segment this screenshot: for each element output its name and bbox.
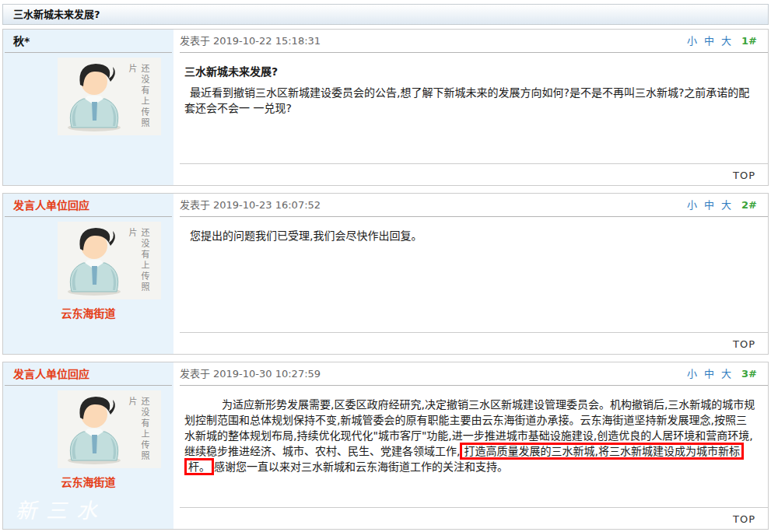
post-1: 秋* 还没有上传照片 发表于2019-10-22 15:18:31 小 <box>2 29 769 186</box>
font-size-small-link[interactable]: 小 <box>687 194 697 217</box>
floor-number: 1# <box>741 30 757 53</box>
post-3: 发言人单位回应 还没有上传照片 云东海街道 新三水 发表于2019-10-30 … <box>2 362 769 530</box>
post-body-title: 三水新城未来发展? <box>184 64 757 79</box>
site-watermark: 新三水 <box>16 494 107 524</box>
font-size-small-link[interactable]: 小 <box>687 30 697 53</box>
font-size-medium-link[interactable]: 中 <box>704 362 714 386</box>
top-link[interactable]: TOP <box>733 338 755 350</box>
author-name: 发言人单位回应 <box>13 368 89 380</box>
unit-label: 云东海街道 <box>3 474 173 489</box>
post-body: 您提出的问题我们已受理,我们会尽快作出回复。 <box>180 217 768 332</box>
post-text: 为适应新形势发展需要,区委区政府经研究,决定撤销三水区新城建设管理委员会。机构撤… <box>184 397 757 474</box>
post-body: 三水新城未来发展? 最近看到撤销三水区新城建设委员会的公告,想了解下新城未来的发… <box>180 53 768 163</box>
top-link[interactable]: TOP <box>733 170 755 181</box>
post-timestamp: 发表于2019-10-30 10:27:59 <box>180 362 321 385</box>
font-size-small-link[interactable]: 小 <box>687 362 697 386</box>
author-name: 秋* <box>13 35 30 47</box>
font-size-medium-link[interactable]: 中 <box>704 194 714 217</box>
post-2-author-panel: 发言人单位回应 还没有上传照片 云东海街道 <box>3 194 173 354</box>
post-3-author-panel: 发言人单位回应 还没有上传照片 云东海街道 新三水 <box>3 362 173 529</box>
avatar: 还没有上传照片 <box>58 58 161 135</box>
post-2: 发言人单位回应 还没有上传照片 云东海街道 发表于2019-10-23 16:0… <box>2 193 769 355</box>
text-segment: 感谢您一直以来对三水新城和云东海街道工作的关注和支持。 <box>214 460 508 473</box>
post-1-author-panel: 秋* 还没有上传照片 <box>3 30 173 185</box>
author-name: 发言人单位回应 <box>13 199 89 212</box>
top-link[interactable]: TOP <box>733 513 755 525</box>
avatar-placeholder-text: 还没有上传照片 <box>125 397 150 468</box>
unit-label: 云东海街道 <box>3 305 173 320</box>
floor-number: 2# <box>741 194 757 217</box>
font-size-large-link[interactable]: 大 <box>721 194 731 217</box>
avatar-placeholder-text: 还没有上传照片 <box>125 64 150 135</box>
thread-title: 三水新城未来发展? <box>13 9 100 20</box>
font-size-large-link[interactable]: 大 <box>721 362 731 386</box>
avatar: 还没有上传照片 <box>58 222 161 299</box>
text-segment: 最近看到撤销三水区新城建设委员会的公告,想了解下新城未来的发展方向如何?是不是不… <box>184 86 749 114</box>
avatar-placeholder-text: 还没有上传照片 <box>125 228 150 299</box>
font-size-medium-link[interactable]: 中 <box>704 30 714 53</box>
thread-title-bar: 三水新城未来发展? <box>2 4 769 25</box>
text-segment: 您提出的问题我们已受理,我们会尽快作出回复。 <box>190 229 422 242</box>
post-text: 最近看到撤销三水区新城建设委员会的公告,想了解下新城未来的发展方向如何?是不是不… <box>184 85 757 116</box>
font-size-large-link[interactable]: 大 <box>721 30 731 53</box>
post-timestamp: 发表于2019-10-23 16:07:52 <box>180 194 321 216</box>
post-timestamp: 发表于2019-10-22 15:18:31 <box>180 30 321 52</box>
floor-number: 3# <box>741 362 757 386</box>
avatar: 还没有上传照片 <box>58 390 161 468</box>
post-text: 您提出的问题我们已受理,我们会尽快作出回复。 <box>184 228 757 243</box>
post-body: 为适应新形势发展需要,区委区政府经研究,决定撤销三水区新城建设管理委员会。机构撤… <box>180 386 768 507</box>
